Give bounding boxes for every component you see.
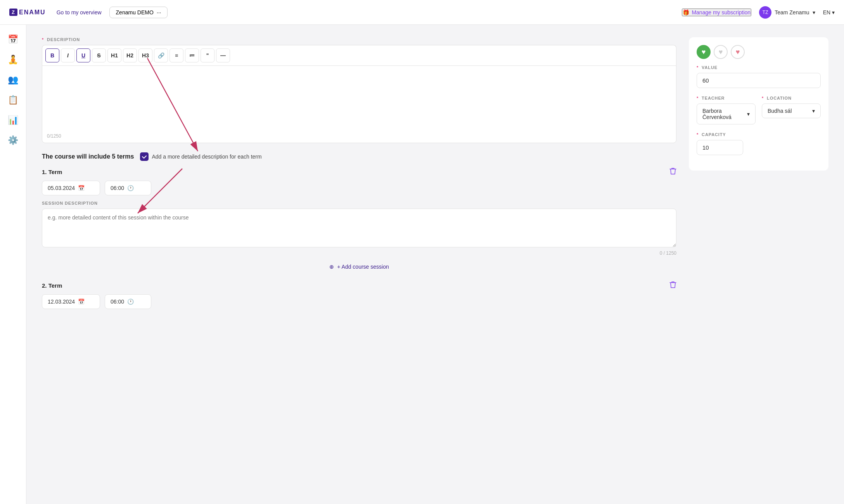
term-1-title: 1. Term xyxy=(42,169,62,175)
calendar-icon: 📅 xyxy=(8,35,18,45)
term-2-time-input[interactable]: 06:00 🕐 xyxy=(105,294,151,309)
term-2-delete-button[interactable] xyxy=(669,281,676,290)
sidebar-item-members[interactable]: 👥 xyxy=(5,71,22,88)
add-course-session-button[interactable]: ⊕ + Add course session xyxy=(42,259,676,274)
term-2-time-value: 06:00 xyxy=(111,299,124,305)
language-button[interactable]: EN ▾ xyxy=(823,9,835,16)
plus-circle-icon: ⊕ xyxy=(329,264,334,270)
editor-toolbar: B I U S H1 H2 H3 🔗 ≡ ≔ " — xyxy=(42,45,676,66)
term-1-time-input[interactable]: 06:00 🕐 xyxy=(105,181,151,195)
nav-right: 🎁 Manage my subscription TZ Team Zenamu … xyxy=(682,6,835,19)
description-field: * DESCRIPTION B I U S H1 H2 H3 🔗 ≡ ≔ " —… xyxy=(42,37,676,143)
required-star: * xyxy=(42,37,44,42)
calendar-icon: 📅 xyxy=(78,299,85,305)
term-2-date-value: 12.03.2024 xyxy=(48,299,75,305)
h3-button[interactable]: H3 xyxy=(138,48,152,62)
avatar: TZ xyxy=(759,6,771,19)
value-field: * VALUE xyxy=(697,65,821,88)
teacher-field: * TEACHER Barbora Červenková ▾ xyxy=(697,96,756,124)
team-label: Team Zenamu xyxy=(775,9,809,16)
teacher-select[interactable]: Barbora Červenková ▾ xyxy=(697,104,756,124)
h2-button[interactable]: H2 xyxy=(123,48,137,62)
sidebar-item-settings[interactable]: ⚙️ xyxy=(5,132,22,149)
heart-green-button[interactable]: ♥ xyxy=(697,45,711,59)
h1-button[interactable]: H1 xyxy=(107,48,121,62)
left-column: * DESCRIPTION B I U S H1 H2 H3 🔗 ≡ ≔ " —… xyxy=(42,37,676,315)
sidebar-item-notes[interactable]: 📋 xyxy=(5,91,22,109)
editor-body[interactable]: 0/1250 xyxy=(42,66,676,143)
heart-pink-button[interactable]: ♥ xyxy=(731,45,745,59)
capacity-input[interactable] xyxy=(697,140,743,155)
location-value: Budha sál xyxy=(768,108,792,114)
italic-button[interactable]: I xyxy=(61,48,75,62)
editor-counter: 0/1250 xyxy=(47,133,61,139)
term-2-date-input[interactable]: 12.03.2024 📅 xyxy=(42,294,100,309)
terms-title: The course will include 5 terms xyxy=(42,153,134,160)
trash-icon xyxy=(669,281,676,288)
location-select[interactable]: Budha sál ▾ xyxy=(762,104,821,118)
sidebar-item-yoga[interactable]: 🧘 xyxy=(5,51,22,68)
checkbox-label-text: Add a more detailed description for each… xyxy=(152,154,261,160)
detailed-description-checkbox-label[interactable]: Add a more detailed description for each… xyxy=(140,152,261,161)
description-label: * DESCRIPTION xyxy=(42,37,676,42)
teacher-value: Barbora Červenková xyxy=(702,108,747,120)
chevron-down-icon: ▾ xyxy=(813,9,815,16)
term-1-delete-button[interactable] xyxy=(669,167,676,177)
teacher-label: * TEACHER xyxy=(697,96,756,100)
session-description-section: SESSION DESCRIPTION 0 / 1250 xyxy=(42,201,676,256)
session-desc-label: SESSION DESCRIPTION xyxy=(42,201,676,205)
term-2-datetime-row: 12.03.2024 📅 06:00 🕐 xyxy=(42,294,676,309)
underline-button[interactable]: U xyxy=(76,48,90,62)
value-input[interactable] xyxy=(697,73,821,88)
main-content: * DESCRIPTION B I U S H1 H2 H3 🔗 ≡ ≔ " —… xyxy=(26,25,844,328)
heart-grey-button[interactable]: ♥ xyxy=(714,45,728,59)
go-to-overview-link[interactable]: Go to my overview xyxy=(57,9,102,16)
sidebar: 📅 🧘 👥 📋 📊 ⚙️ xyxy=(0,25,26,328)
term-2-title: 2. Term xyxy=(42,282,62,289)
add-session-label: + Add course session xyxy=(337,264,389,270)
clock-icon: 🕐 xyxy=(127,299,134,305)
bullet-list-button[interactable]: ≡ xyxy=(169,48,183,62)
sidebar-item-analytics[interactable]: 📊 xyxy=(5,112,22,129)
term-1-card: 1. Term 05.03.2024 📅 06:00 🕐 SESS xyxy=(42,167,676,274)
divider-button[interactable]: — xyxy=(216,48,230,62)
term-1-time-value: 06:00 xyxy=(111,185,124,191)
calendar-icon: 📅 xyxy=(78,185,85,191)
team-button[interactable]: TZ Team Zenamu ▾ xyxy=(759,6,815,19)
more-icon: ··· xyxy=(157,9,161,16)
term-1-header: 1. Term xyxy=(42,167,676,177)
strikethrough-button[interactable]: S xyxy=(92,48,106,62)
manage-subscription-button[interactable]: 🎁 Manage my subscription xyxy=(682,9,751,16)
blockquote-button[interactable]: " xyxy=(201,48,214,62)
chevron-down-icon: ▾ xyxy=(812,108,815,114)
session-counter: 0 / 1250 xyxy=(42,250,676,256)
check-icon xyxy=(142,154,147,159)
notes-icon: 📋 xyxy=(8,95,18,105)
demo-button[interactable]: Zenamu DEMO ··· xyxy=(109,7,168,18)
demo-label: Zenamu DEMO xyxy=(116,9,154,16)
reaction-buttons: ♥ ♥ ♥ xyxy=(697,45,821,59)
right-panel: ♥ ♥ ♥ * VALUE * TEACHER xyxy=(689,37,828,171)
sidebar-item-calendar[interactable]: 📅 xyxy=(5,31,22,48)
bold-button[interactable]: B xyxy=(45,48,59,62)
location-field: * LOCATION Budha sál ▾ xyxy=(762,96,821,124)
term-1-date-value: 05.03.2024 xyxy=(48,185,75,191)
gift-icon: 🎁 xyxy=(683,9,689,16)
capacity-label: * CAPACITY xyxy=(697,132,821,137)
link-button[interactable]: 🔗 xyxy=(154,48,168,62)
term-1-date-input[interactable]: 05.03.2024 📅 xyxy=(42,181,100,195)
session-description-textarea[interactable] xyxy=(42,209,676,247)
right-column: ♥ ♥ ♥ * VALUE * TEACHER xyxy=(689,37,828,315)
settings-icon: ⚙️ xyxy=(8,135,18,145)
term-2-header: 2. Term xyxy=(42,281,676,290)
ordered-list-button[interactable]: ≔ xyxy=(185,48,199,62)
checkbox-wrapper[interactable] xyxy=(140,152,149,161)
yoga-icon: 🧘 xyxy=(8,55,18,65)
trash-icon xyxy=(669,167,676,175)
analytics-icon: 📊 xyxy=(8,115,18,125)
logo: Z ENAMU xyxy=(9,9,47,16)
clock-icon: 🕐 xyxy=(127,185,134,191)
members-icon: 👥 xyxy=(8,75,18,85)
value-label: * VALUE xyxy=(697,65,821,70)
lang-label: EN xyxy=(823,9,830,16)
